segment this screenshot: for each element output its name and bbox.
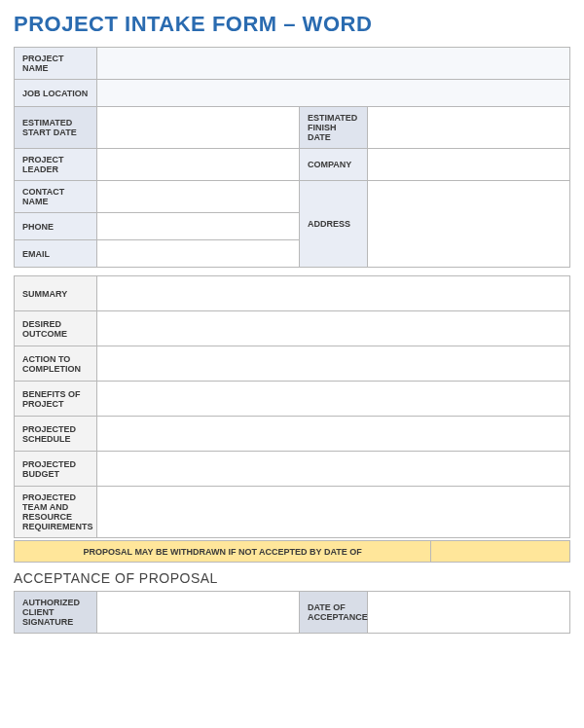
- label-client-signature: AUTHORIZED CLIENT SIGNATURE: [15, 592, 97, 634]
- details-table: SUMMARY DESIRED OUTCOME ACTION TO COMPLE…: [14, 275, 570, 538]
- input-estimated-finish[interactable]: [368, 107, 570, 149]
- label-job-location: JOB LOCATION: [15, 80, 97, 107]
- label-email: EMAIL: [15, 240, 97, 268]
- input-budget[interactable]: [97, 452, 570, 487]
- label-project-name: PROJECT NAME: [15, 48, 97, 80]
- input-client-signature[interactable]: [97, 592, 300, 634]
- input-date-acceptance[interactable]: [368, 592, 570, 634]
- input-team-resource[interactable]: [97, 487, 570, 538]
- label-summary: SUMMARY: [15, 276, 97, 311]
- input-contact-name[interactable]: [97, 181, 300, 213]
- input-phone[interactable]: [97, 213, 300, 240]
- label-estimated-finish: ESTIMATED FINISH DATE: [300, 107, 368, 149]
- input-job-location[interactable]: [97, 80, 570, 107]
- input-summary[interactable]: [97, 276, 570, 311]
- label-estimated-start: ESTIMATED START DATE: [15, 107, 97, 149]
- label-date-acceptance: DATE OF ACCEPTANCE: [300, 592, 368, 634]
- label-benefits: BENEFITS OF PROJECT: [15, 382, 97, 417]
- input-estimated-start[interactable]: [97, 107, 300, 149]
- input-project-leader[interactable]: [97, 149, 300, 181]
- input-company[interactable]: [368, 149, 570, 181]
- input-email[interactable]: [97, 240, 300, 268]
- input-action-to-completion[interactable]: [97, 346, 570, 382]
- page-title: PROJECT INTAKE FORM – WORD: [14, 12, 570, 37]
- label-budget: PROJECTED BUDGET: [15, 452, 97, 487]
- banner-table: PROPOSAL MAY BE WITHDRAWN IF NOT ACCEPTE…: [14, 540, 570, 563]
- input-benefits[interactable]: [97, 382, 570, 417]
- label-project-leader: PROJECT LEADER: [15, 149, 97, 181]
- label-desired-outcome: DESIRED OUTCOME: [15, 311, 97, 346]
- label-team-resource: PROJECTED TEAM AND RESOURCE REQUIREMENTS: [15, 487, 97, 538]
- label-contact-name: CONTACT NAME: [15, 181, 97, 213]
- input-address[interactable]: [368, 181, 570, 268]
- label-schedule: PROJECTED SCHEDULE: [15, 417, 97, 452]
- label-company: COMPANY: [300, 149, 368, 181]
- withdrawal-banner-date[interactable]: [431, 541, 570, 563]
- withdrawal-banner-label: PROPOSAL MAY BE WITHDRAWN IF NOT ACCEPTE…: [15, 541, 431, 563]
- acceptance-table: AUTHORIZED CLIENT SIGNATURE DATE OF ACCE…: [14, 591, 570, 634]
- input-schedule[interactable]: [97, 417, 570, 452]
- label-address: ADDRESS: [300, 181, 368, 268]
- acceptance-heading: ACCEPTANCE OF PROPOSAL: [14, 570, 570, 586]
- input-project-name[interactable]: [97, 48, 570, 80]
- label-action-to-completion: ACTION TO COMPLETION: [15, 346, 97, 382]
- info-table: PROJECT NAME JOB LOCATION ESTIMATED STAR…: [14, 47, 570, 268]
- input-desired-outcome[interactable]: [97, 311, 570, 346]
- label-phone: PHONE: [15, 213, 97, 240]
